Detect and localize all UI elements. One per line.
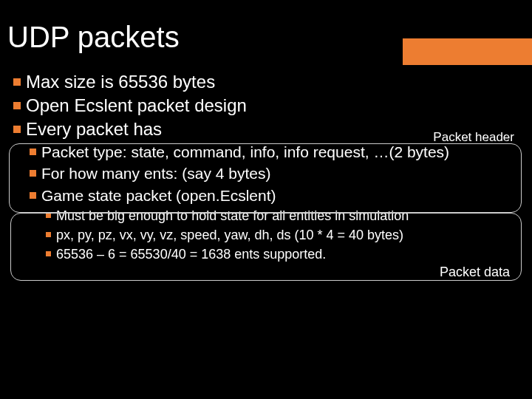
bullet-square-icon xyxy=(46,213,51,218)
bullet-text: Every packet has xyxy=(26,118,519,140)
bullet-level2: Game state packet (open.Ecslent) xyxy=(13,185,519,205)
slide-title: UDP packets xyxy=(7,21,180,54)
bullet-square-icon xyxy=(13,78,21,86)
bullet-text: Must be big enough to hold state for all… xyxy=(56,207,519,225)
slide-content: Max size is 65536 bytes Open Ecslent pac… xyxy=(13,71,519,265)
bullet-square-icon xyxy=(46,251,51,256)
bullet-square-icon xyxy=(30,192,36,199)
bullet-text: For how many ents: (say 4 bytes) xyxy=(41,163,519,183)
bullet-square-icon xyxy=(13,102,21,109)
bullet-level2: For how many ents: (say 4 bytes) xyxy=(13,163,519,183)
bullet-level3: 65536 – 6 = 65530/40 = 1638 ents support… xyxy=(13,245,519,263)
bullet-level2: Packet type: state, command, info, info … xyxy=(13,142,519,162)
bullet-level1: Every packet has xyxy=(13,118,519,140)
bullet-text: Max size is 65536 bytes xyxy=(26,71,519,93)
bullet-text: px, py, pz, vx, vy, vz, speed, yaw, dh, … xyxy=(56,226,519,244)
bullet-text: Game state packet (open.Ecslent) xyxy=(41,185,519,205)
bullet-level3: Must be big enough to hold state for all… xyxy=(13,207,519,225)
bullet-level1: Open Ecslent packet design xyxy=(13,95,519,117)
bullet-text: 65536 – 6 = 65530/40 = 1638 ents support… xyxy=(56,245,519,263)
bullet-square-icon xyxy=(30,170,36,177)
bullet-square-icon xyxy=(13,126,21,133)
accent-bar xyxy=(403,38,532,65)
bullet-text: Open Ecslent packet design xyxy=(26,95,519,117)
bullet-square-icon xyxy=(30,149,36,155)
bullet-level3: px, py, pz, vx, vy, vz, speed, yaw, dh, … xyxy=(13,226,519,244)
bullet-text: Packet type: state, command, info, info … xyxy=(41,142,519,162)
bullet-level1: Max size is 65536 bytes xyxy=(13,71,519,93)
packet-data-label: Packet data xyxy=(440,265,510,280)
bullet-square-icon xyxy=(46,232,51,237)
